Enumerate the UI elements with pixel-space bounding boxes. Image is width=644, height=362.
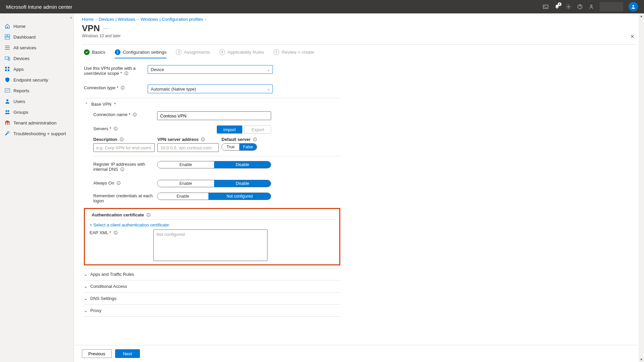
step-label: Basics bbox=[92, 50, 105, 55]
chevron-down-icon: ⌄ bbox=[267, 68, 270, 71]
account-placeholder bbox=[600, 2, 623, 11]
connection-name-input[interactable] bbox=[157, 111, 271, 120]
info-icon[interactable] bbox=[146, 213, 151, 217]
sidebar-item-label: Tenant administration bbox=[13, 120, 56, 125]
shield-icon bbox=[5, 77, 10, 83]
sidebar-item-home[interactable]: Home bbox=[0, 21, 73, 32]
collapse-sidebar-icon[interactable]: « bbox=[70, 15, 72, 19]
section-conditional-access[interactable]: ⌄ Conditional Access bbox=[84, 280, 340, 292]
default-server-label: Default server bbox=[221, 137, 257, 142]
info-icon[interactable] bbox=[133, 112, 137, 117]
sidebar-item-tenant[interactable]: Tenant administration bbox=[0, 117, 73, 128]
export-button[interactable]: Export bbox=[244, 125, 271, 134]
info-icon[interactable] bbox=[124, 71, 129, 75]
feedback-icon[interactable] bbox=[588, 4, 594, 10]
server-description-input[interactable] bbox=[93, 143, 155, 152]
chevron-right-icon: › bbox=[96, 17, 97, 21]
eap-xml-textarea[interactable] bbox=[153, 229, 267, 261]
sidebar-item-users[interactable]: Users bbox=[0, 96, 73, 107]
sidebar-item-all-services[interactable]: All services bbox=[0, 42, 73, 53]
notifications-icon[interactable]: 6 bbox=[554, 4, 560, 10]
step-applicability[interactable]: 4 Applicability Rules bbox=[219, 49, 264, 58]
register-dns-toggle[interactable]: Enable Disable bbox=[157, 161, 271, 168]
info-icon[interactable] bbox=[119, 137, 124, 142]
group-icon bbox=[5, 109, 10, 115]
toggle-enable[interactable]: Enable bbox=[157, 180, 214, 187]
breadcrumb-devices[interactable]: Devices | Windows bbox=[99, 17, 136, 22]
topbar: Microsoft Intune admin center 6 bbox=[0, 0, 644, 13]
sidebar-item-troubleshooting[interactable]: Troubleshooting + support bbox=[0, 128, 73, 139]
info-icon[interactable] bbox=[201, 137, 205, 142]
chevron-down-icon: ⌄ bbox=[84, 284, 88, 289]
main-content: ✕ ▲ ▼ Home › Devices | Windows › Windows… bbox=[74, 13, 644, 362]
sidebar-item-label: Troubleshooting + support bbox=[13, 131, 66, 136]
info-icon[interactable] bbox=[113, 126, 118, 131]
section-base-vpn[interactable]: ⌃ Base VPN * bbox=[84, 98, 340, 109]
dashboard-icon bbox=[5, 34, 10, 40]
breadcrumb-home[interactable]: Home bbox=[82, 17, 94, 22]
breadcrumb-profiles[interactable]: Windows | Configuration profiles bbox=[141, 17, 203, 22]
svg-rect-6 bbox=[8, 35, 10, 37]
toggle-enable[interactable]: Enable bbox=[157, 193, 208, 200]
step-review[interactable]: 5 Review + create bbox=[274, 49, 314, 58]
toggle-true[interactable]: True bbox=[222, 144, 239, 150]
info-icon[interactable] bbox=[120, 167, 125, 171]
svg-rect-10 bbox=[5, 67, 7, 68]
step-assignments[interactable]: 3 Assignments bbox=[176, 49, 210, 58]
sidebar-item-apps[interactable]: Apps bbox=[0, 64, 73, 74]
svg-point-15 bbox=[6, 99, 8, 101]
default-server-toggle[interactable]: True False bbox=[221, 143, 257, 151]
settings-icon[interactable] bbox=[565, 4, 572, 10]
step-label: Applicability Rules bbox=[228, 50, 264, 55]
import-button[interactable]: Import bbox=[217, 125, 243, 134]
toggle-enable[interactable]: Enable bbox=[157, 161, 214, 168]
info-icon[interactable] bbox=[113, 230, 118, 235]
sidebar-item-label: Devices bbox=[13, 56, 30, 61]
svg-point-1 bbox=[568, 6, 569, 7]
sidebar-item-label: Apps bbox=[13, 67, 24, 72]
info-icon[interactable] bbox=[116, 181, 121, 185]
info-icon[interactable] bbox=[120, 86, 125, 90]
more-actions-icon[interactable]: ··· bbox=[103, 25, 108, 32]
section-dns-settings[interactable]: ⌄ DNS Settings bbox=[84, 292, 340, 304]
scrollbar[interactable]: ▲ ▼ bbox=[639, 13, 644, 362]
section-apps-traffic[interactable]: ⌄ Apps and Traffic Rules bbox=[84, 268, 340, 280]
next-button[interactable]: Next bbox=[115, 349, 140, 358]
sidebar-item-label: Reports bbox=[13, 88, 29, 93]
previous-button[interactable]: Previous bbox=[82, 349, 112, 358]
sidebar-item-label: Users bbox=[13, 99, 25, 104]
auth-cert-section: Authentication certificate + Select a cl… bbox=[84, 208, 340, 265]
chevron-down-icon: ⌄ bbox=[267, 87, 270, 91]
close-blade-icon[interactable]: ✕ bbox=[630, 34, 635, 40]
toggle-disable[interactable]: Disable bbox=[214, 180, 271, 187]
help-icon[interactable] bbox=[577, 4, 583, 10]
sidebar-item-label: Groups bbox=[13, 110, 28, 115]
sidebar-item-dashboard[interactable]: Dashboard bbox=[0, 32, 73, 42]
always-on-toggle[interactable]: Enable Disable bbox=[157, 180, 271, 187]
svg-rect-7 bbox=[5, 37, 10, 39]
sidebar-item-reports[interactable]: Reports bbox=[0, 85, 73, 96]
svg-rect-5 bbox=[5, 35, 7, 37]
toggle-false[interactable]: False bbox=[239, 144, 257, 150]
report-icon bbox=[5, 88, 10, 93]
step-label: Assignments bbox=[184, 50, 210, 55]
connection-type-select[interactable]: Automatic (Native type)⌄ bbox=[148, 85, 273, 93]
always-on-label: Always On bbox=[93, 180, 157, 186]
scope-select[interactable]: Device⌄ bbox=[148, 65, 273, 74]
step-configuration[interactable]: 2 Configuration settings bbox=[115, 49, 167, 58]
sidebar-item-endpoint-security[interactable]: Endpoint security bbox=[0, 74, 73, 85]
section-proxy[interactable]: ⌄ Proxy bbox=[84, 304, 340, 317]
server-address-input[interactable] bbox=[157, 143, 219, 152]
step-basics[interactable]: Basics bbox=[84, 49, 105, 58]
remember-creds-toggle[interactable]: Enable Not configured bbox=[157, 193, 271, 200]
svg-rect-19 bbox=[7, 122, 8, 125]
remember-creds-label: Remember credentials at each logon bbox=[93, 193, 157, 203]
info-icon[interactable] bbox=[253, 137, 257, 142]
sidebar-item-devices[interactable]: Devices bbox=[0, 53, 73, 64]
avatar[interactable] bbox=[629, 2, 638, 11]
toggle-not-configured[interactable]: Not configured bbox=[208, 193, 271, 200]
toggle-disable[interactable]: Disable bbox=[214, 161, 271, 168]
sidebar-item-groups[interactable]: Groups bbox=[0, 107, 73, 117]
cloud-shell-icon[interactable] bbox=[543, 4, 549, 10]
select-cert-link[interactable]: + Select a client authentication certifi… bbox=[88, 222, 336, 229]
